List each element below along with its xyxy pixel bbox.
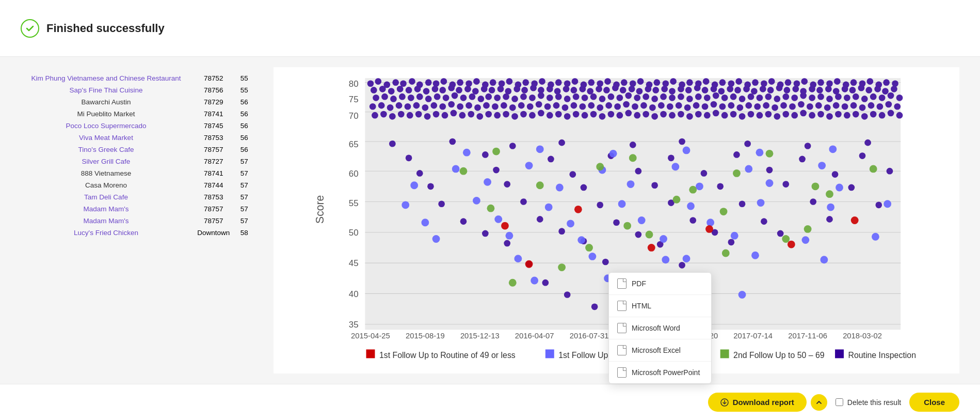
- svg-point-245: [676, 102, 682, 109]
- svg-point-194: [765, 94, 772, 100]
- svg-point-173: [582, 95, 588, 101]
- svg-point-259: [798, 101, 805, 108]
- restaurant-name[interactable]: Madam Mam's: [21, 203, 191, 215]
- svg-point-247: [693, 102, 700, 109]
- pdf-file-icon: [617, 278, 626, 289]
- svg-point-159: [460, 95, 467, 101]
- restaurant-score: 57: [235, 179, 253, 191]
- restaurant-name[interactable]: Kim Phung Vietnamese and Chinese Restaur…: [21, 72, 191, 84]
- svg-point-362: [782, 181, 789, 188]
- restaurant-link[interactable]: Tino's Greek Cafe: [78, 146, 134, 153]
- svg-point-131: [751, 88, 758, 95]
- svg-point-47: [588, 79, 595, 86]
- restaurant-link[interactable]: Sap's Fine Thai Cuisine: [70, 86, 143, 94]
- svg-point-418: [662, 256, 669, 263]
- svg-point-56: [662, 80, 669, 87]
- html-option[interactable]: HTML: [609, 295, 711, 317]
- svg-point-374: [689, 217, 696, 224]
- svg-point-226: [509, 104, 516, 111]
- restaurant-name[interactable]: Poco Loco Supermercado: [21, 120, 191, 132]
- svg-point-408: [421, 219, 429, 226]
- excel-option[interactable]: Microsoft Excel: [609, 339, 711, 362]
- restaurant-name[interactable]: Tino's Greek Cafe: [21, 144, 191, 155]
- svg-point-315: [757, 112, 763, 119]
- svg-point-429: [609, 150, 617, 158]
- svg-point-107: [554, 88, 561, 95]
- svg-point-314: [748, 111, 754, 118]
- svg-point-356: [887, 168, 893, 175]
- svg-point-267: [868, 102, 875, 109]
- svg-point-342: [482, 151, 489, 158]
- table-row: Kim Phung Vietnamese and Chinese Restaur…: [21, 72, 253, 84]
- restaurant-link[interactable]: Kim Phung Vietnamese and Chinese Restaur…: [31, 74, 181, 82]
- svg-point-404: [627, 180, 635, 188]
- svg-point-85: [371, 87, 377, 94]
- restaurant-name[interactable]: Viva Meat Market: [21, 132, 191, 144]
- svg-point-41: [539, 78, 545, 85]
- svg-point-94: [448, 85, 455, 91]
- svg-point-48: [597, 80, 603, 87]
- svg-point-389: [542, 279, 549, 286]
- svg-point-100: [497, 86, 504, 92]
- svg-point-118: [645, 86, 652, 92]
- svg-point-317: [774, 113, 780, 120]
- restaurant-zip: 78729: [191, 96, 235, 108]
- restaurant-name[interactable]: Madam Mam's: [21, 215, 191, 227]
- download-report-button[interactable]: Download report: [708, 393, 807, 412]
- restaurant-zip: Downtown: [191, 227, 235, 239]
- restaurant-name[interactable]: Tam Deli Cafe: [21, 191, 191, 203]
- svg-point-405: [696, 182, 703, 190]
- download-expand-button[interactable]: [811, 394, 827, 411]
- restaurant-name[interactable]: Lucy's Fried Chicken: [21, 227, 191, 239]
- svg-point-120: [661, 86, 668, 92]
- restaurant-link[interactable]: Silver Grill Cafe: [82, 158, 131, 165]
- svg-point-387: [602, 259, 609, 266]
- svg-point-112: [596, 86, 602, 92]
- svg-point-126: [711, 86, 717, 92]
- table-row: Casa Moreno7874457: [21, 179, 253, 191]
- ppt-option[interactable]: Microsoft PowerPoint: [609, 362, 711, 383]
- close-button[interactable]: Close: [909, 393, 959, 412]
- svg-point-241: [640, 102, 647, 109]
- svg-point-264: [842, 103, 848, 110]
- svg-point-397: [687, 203, 695, 210]
- restaurant-score: 57: [235, 191, 253, 203]
- restaurant-name: 888 Vietnamese: [21, 167, 191, 179]
- restaurant-zip: 78753: [191, 191, 235, 203]
- restaurant-link[interactable]: Tam Deli Cafe: [84, 193, 128, 201]
- word-option[interactable]: Microsoft Word: [609, 317, 711, 339]
- restaurant-name[interactable]: Sap's Fine Thai Cuisine: [21, 84, 191, 96]
- word-file-icon: [617, 323, 626, 333]
- restaurant-link[interactable]: Madam Mam's: [83, 205, 128, 213]
- svg-point-125: [702, 87, 709, 94]
- restaurant-link[interactable]: Madam Mam's: [83, 217, 128, 225]
- svg-point-414: [506, 232, 513, 240]
- svg-point-452: [766, 150, 774, 158]
- svg-point-432: [829, 145, 837, 153]
- svg-point-254: [754, 103, 761, 110]
- svg-point-208: [888, 92, 894, 99]
- svg-point-86: [379, 86, 386, 92]
- svg-point-243: [658, 102, 665, 109]
- svg-point-71: [785, 79, 792, 86]
- svg-point-339: [805, 143, 811, 149]
- restaurant-link[interactable]: Viva Meat Market: [79, 134, 133, 142]
- restaurant-score: 55: [235, 72, 253, 84]
- restaurant-link[interactable]: Lucy's Fried Chicken: [74, 229, 138, 237]
- svg-point-21: [375, 78, 381, 85]
- svg-point-113: [603, 87, 610, 94]
- delete-checkbox[interactable]: [836, 398, 843, 406]
- svg-point-227: [518, 102, 525, 109]
- svg-point-351: [569, 171, 576, 178]
- svg-point-64: [728, 80, 735, 87]
- pdf-option[interactable]: PDF: [609, 273, 711, 295]
- svg-point-451: [629, 154, 637, 162]
- restaurant-name[interactable]: Silver Grill Cafe: [21, 155, 191, 167]
- svg-text:40: 40: [349, 289, 359, 299]
- svg-point-373: [613, 219, 620, 226]
- svg-point-154: [416, 94, 423, 100]
- restaurant-link[interactable]: Poco Loco Supermercado: [66, 122, 146, 130]
- svg-point-209: [896, 95, 903, 101]
- svg-point-189: [721, 95, 728, 101]
- svg-point-182: [660, 94, 667, 100]
